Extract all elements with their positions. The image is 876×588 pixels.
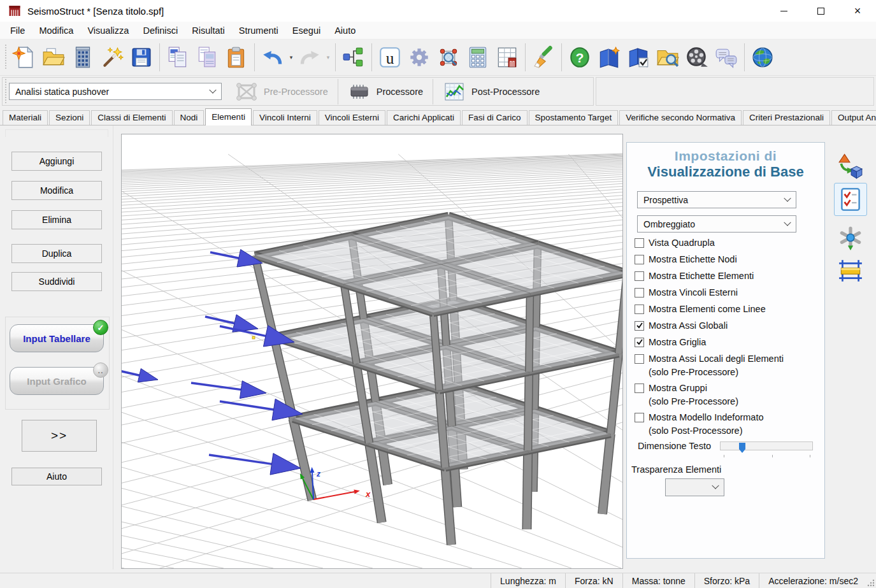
toolbar-forum-button[interactable]	[712, 42, 741, 73]
input-grafico-button[interactable]: Input Grafico	[10, 367, 104, 395]
checkbox-mostra-elementi-come-linee[interactable]: Mostra Elementi come Linee	[635, 303, 821, 315]
checkbox-mostra-vincoli-esterni[interactable]: Mostra Vincoli Esterni	[635, 287, 821, 298]
section-grid-button[interactable]	[834, 254, 867, 287]
axes-3d-button[interactable]	[834, 221, 867, 254]
sidebar-help-button[interactable]: Aiuto	[11, 468, 102, 485]
tab-spostamento-target[interactable]: Spostamento Target	[529, 110, 619, 125]
menu-visualizza[interactable]: Visualizza	[80, 23, 136, 38]
menu-definisci[interactable]: Definisci	[136, 23, 185, 38]
checkbox-mostra-etichette-elementi[interactable]: Mostra Etichette Elementi	[635, 270, 821, 282]
checkbox-mostra-assi-globali[interactable]: Mostra Assi Globali	[635, 320, 821, 331]
tab-output-analisi[interactable]: Output Analisi	[831, 110, 876, 125]
toolbar-tutorial-book-button[interactable]	[594, 42, 624, 73]
tab-carichi-applicati[interactable]: Carichi Applicati	[387, 110, 461, 125]
toolbar-verification-book-button[interactable]	[624, 42, 653, 73]
toolbar-redo-button[interactable]	[295, 42, 324, 73]
maximize-button[interactable]	[802, 0, 839, 22]
pre-processore-button[interactable]: Pre-Processore	[227, 78, 336, 105]
toolbar-video-tutorials-button[interactable]	[682, 42, 712, 73]
resize-grip[interactable]	[867, 573, 876, 588]
tab-nodi[interactable]: Nodi	[174, 110, 205, 125]
redo-dropdown-caret[interactable]: ▾	[324, 54, 332, 61]
checkbox-box[interactable]	[635, 338, 644, 347]
toolbar-undo-button[interactable]	[258, 42, 287, 73]
panel-title-line1: Impostazioni di	[627, 148, 824, 164]
toolbar-grip[interactable]	[5, 45, 6, 70]
toolbar-wizard-button[interactable]	[97, 42, 127, 73]
toolbar-program-settings-button[interactable]	[405, 42, 434, 73]
model-viewport[interactable]: xz	[121, 134, 623, 569]
toolbar-grip[interactable]	[5, 79, 6, 103]
checkbox-box[interactable]	[635, 384, 644, 393]
projection-value: Prospettiva	[643, 195, 688, 205]
close-button[interactable]: ×	[839, 0, 876, 22]
checkbox-box[interactable]	[635, 238, 644, 248]
transparency-combo[interactable]	[665, 478, 724, 496]
tab-elementi[interactable]: Elementi	[205, 108, 252, 125]
checkbox-vista-quadrupla[interactable]: Vista Quadrupla	[635, 237, 821, 248]
tab-vincoli-esterni[interactable]: Vincoli Esterni	[319, 110, 385, 125]
toolbar-paste-table-button[interactable]	[192, 42, 222, 73]
undo-dropdown-caret[interactable]: ▾	[287, 54, 295, 61]
input-tabellare-button[interactable]: Input Tabellare	[10, 324, 104, 352]
deformed-shape-button[interactable]	[834, 150, 867, 183]
checkbox-mostra-modello-indeformato[interactable]: Mostra Modello Indeformato	[635, 412, 821, 423]
post-processore-button[interactable]: Post-Processore	[434, 78, 548, 105]
shading-combo[interactable]: Ombreggiato	[637, 215, 796, 233]
projection-combo[interactable]: Prospettiva	[637, 191, 796, 208]
tab-criteri-prestazionali[interactable]: Criteri Prestazionali	[743, 110, 830, 125]
expand-button[interactable]: >>	[22, 420, 97, 452]
checkbox-mostra-etichette-nodi[interactable]: Mostra Etichette Nodi	[635, 254, 821, 265]
menu-file[interactable]: File	[3, 23, 32, 38]
toolbar-paste-button[interactable]	[222, 42, 251, 73]
toolbar-open-project-button[interactable]	[39, 42, 68, 73]
toolbar-help-button[interactable]: ?	[565, 42, 594, 73]
toolbar-website-button[interactable]	[748, 42, 777, 73]
checkbox-mostra-gruppi[interactable]: Mostra Gruppi	[635, 382, 821, 394]
suddividi-button[interactable]: Suddividi	[11, 272, 102, 291]
menu-aiuto[interactable]: Aiuto	[327, 23, 363, 38]
toolbar-separator	[525, 43, 526, 71]
display-settings-button[interactable]	[834, 183, 867, 216]
menu-modifica[interactable]: Modifica	[32, 23, 80, 38]
text-size-slider[interactable]	[720, 441, 813, 450]
toolbar-examples-folder-button[interactable]	[653, 42, 682, 73]
tab-sezioni[interactable]: Sezioni	[49, 110, 90, 125]
slider-handle[interactable]	[739, 443, 745, 453]
checkbox-box[interactable]	[635, 288, 644, 298]
toolbar-copy-button[interactable]	[163, 42, 192, 73]
tab-classi-di-elementi[interactable]: Classi di Elementi	[91, 110, 172, 125]
checkbox-sublabel: (solo Pre-Processore)	[649, 367, 821, 377]
menu-risultati[interactable]: Risultati	[185, 23, 232, 38]
toolbar-element-connectivity-button[interactable]	[339, 42, 368, 73]
checkbox-box[interactable]	[635, 321, 644, 331]
aggiungi-button[interactable]: Aggiungi	[11, 152, 102, 171]
checkbox-box[interactable]	[635, 305, 644, 314]
toolbar-format-brush-button[interactable]	[529, 42, 558, 73]
toolbar-new-project-button[interactable]	[10, 42, 39, 73]
toolbar-calculator-button[interactable]	[463, 42, 492, 73]
menu-esegui[interactable]: Esegui	[285, 23, 327, 38]
checkbox-box[interactable]	[635, 354, 644, 364]
toolbar-constraint-view-button[interactable]	[434, 42, 463, 73]
toolbar-units-button[interactable]: u	[375, 42, 405, 73]
analysis-type-combo[interactable]: Analisi statica pushover	[9, 83, 222, 100]
toolbar-report-button[interactable]	[492, 42, 522, 73]
processore-button[interactable]: Processore	[340, 78, 431, 105]
toolbar-building-modeller-button[interactable]	[68, 42, 97, 73]
checkbox-box[interactable]	[635, 255, 644, 264]
modifica-button[interactable]: Modifica	[11, 181, 102, 200]
toolbar-save-project-button[interactable]	[127, 42, 156, 73]
elimina-button[interactable]: Elimina	[11, 210, 102, 229]
tab-fasi-di-carico[interactable]: Fasi di Carico	[462, 110, 528, 125]
duplica-button[interactable]: Duplica	[11, 244, 102, 263]
menu-strumenti[interactable]: Strumenti	[232, 23, 285, 38]
checkbox-box[interactable]	[635, 271, 644, 281]
checkbox-mostra-griglia[interactable]: Mostra Griglia	[635, 336, 821, 348]
tab-materiali[interactable]: Materiali	[3, 110, 48, 125]
checkbox-mostra-assi-locali-degli-elementi[interactable]: Mostra Assi Locali degli Elementi	[635, 353, 821, 364]
checkbox-box[interactable]	[635, 413, 644, 422]
tab-vincoli-interni[interactable]: Vincoli Interni	[253, 110, 317, 125]
minimize-button[interactable]	[765, 0, 802, 22]
tab-verifiche-secondo-normativa[interactable]: Verifiche secondo Normativa	[619, 110, 742, 125]
